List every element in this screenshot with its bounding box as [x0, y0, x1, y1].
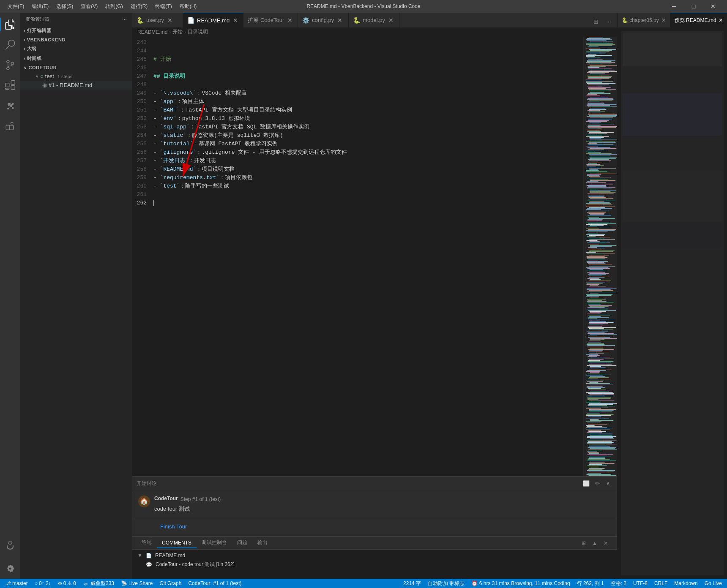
tab-config-close[interactable]: ✕ [336, 16, 343, 24]
status-language[interactable]: Markdown [672, 579, 699, 588]
tab-codetour[interactable]: 扩展 CodeTour ✕ [243, 13, 298, 27]
menu-view[interactable]: 查看(V) [77, 1, 101, 12]
code-line-251: 251 - `BAMF`：FastAPI 官方文档-大型项目目录结构实例 [132, 106, 583, 114]
status-sync[interactable]: ○ 0↑ 2↓ [33, 579, 53, 588]
run-debug-icon[interactable] [0, 95, 20, 116]
tab-user-py-close[interactable]: ✕ [167, 16, 173, 24]
menu-help[interactable]: 帮助(H) [176, 1, 200, 12]
right-tab-chapter05[interactable]: 🐍 chapter05.py ✕ [618, 13, 670, 27]
sidebar: 资源管理器 ··· › 打开编辑器 › VBENBACKEND › 大纲 › [20, 13, 132, 579]
error-count: 0 [63, 580, 66, 586]
codetour-test-item[interactable]: ∨ ○ test 1 steps [20, 72, 132, 81]
chapter05-close[interactable]: ✕ [661, 17, 666, 23]
wakatime-text: ⏰ 6 hrs 31 mins Browsing, 11 mins Coding [471, 580, 570, 586]
status-attach[interactable]: 自动附加 带标志 [426, 579, 466, 588]
outline-title[interactable]: › 大纲 [20, 44, 132, 54]
search-icon[interactable] [0, 35, 20, 55]
sidebar-header: 资源管理器 ··· [20, 13, 132, 26]
tour-codetour-label: CodeTour [154, 495, 178, 501]
code-line-259: 259 - `requirements.txt`：项目依赖包 [132, 174, 583, 182]
codetour-readme-item[interactable]: ◉ #1 - README.md [20, 81, 132, 90]
status-gitgraph[interactable]: Git Graph [158, 579, 183, 588]
finish-tour-button[interactable]: Finish Tour [154, 521, 193, 532]
menu-bar[interactable]: 文件(F) 编辑(E) 选择(S) 查看(V) 转到(G) 运行(R) 终端(T… [4, 1, 200, 12]
panel-split-icon[interactable]: ⊞ [579, 539, 588, 548]
menu-run[interactable]: 运行(R) [127, 1, 151, 12]
tab-actions: ⊞ ··· [590, 16, 617, 27]
panel-codetour-label: CodeTour - code tour 测试 [Ln 262] [156, 561, 235, 568]
menu-edit[interactable]: 编辑(E) [28, 1, 52, 12]
vbenbackend-title[interactable]: › VBENBACKEND [20, 35, 132, 44]
tour-split-icon[interactable]: ⬜ [582, 479, 583, 488]
tab-model-close[interactable]: ✕ [388, 16, 394, 24]
model-icon: 🐍 [353, 17, 360, 24]
fish-icon: 🐟 [83, 580, 89, 586]
panel-maximize-icon[interactable]: ▲ [590, 539, 599, 548]
status-eol[interactable]: CRLF [653, 579, 669, 588]
code-line-248: 248 [132, 81, 583, 89]
source-control-icon[interactable] [0, 55, 20, 75]
right-panel-content [618, 27, 727, 579]
timeline-title[interactable]: › 时间线 [20, 54, 132, 63]
testing-icon[interactable] [0, 116, 20, 136]
window-controls[interactable]: ─ □ ✕ [664, 0, 723, 13]
breadcrumb-subsection[interactable]: 目录说明 [188, 28, 208, 35]
tab-readme-md[interactable]: 📄 README.md ✕ [183, 13, 243, 27]
status-position[interactable]: 行 262, 列 1 [575, 579, 606, 588]
status-encoding[interactable]: UTF-8 [631, 579, 649, 588]
open-editors-title[interactable]: › 打开编辑器 [20, 26, 132, 35]
status-golive[interactable]: Go Live [703, 579, 724, 588]
split-editor-icon[interactable]: ⊞ [590, 16, 602, 27]
panel-readme-item[interactable]: ▼ 📄 README.md [137, 551, 612, 560]
tab-readme-close[interactable]: ✕ [232, 16, 239, 24]
close-button[interactable]: ✕ [703, 0, 723, 13]
status-fish[interactable]: 🐟 威鱼型233 [81, 579, 116, 588]
status-bar-left: ⎇ master ○ 0↑ 2↓ ⊗ 0 ⚠ 0 🐟 威鱼型233 📡 Live… [3, 579, 243, 588]
settings-icon[interactable] [0, 558, 20, 579]
status-indent[interactable]: 空格: 2 [609, 579, 628, 588]
status-errors[interactable]: ⊗ 0 ⚠ 0 [56, 579, 78, 588]
tour-comment-text: code tour 测试 [154, 505, 583, 513]
status-bar: ⎇ master ○ 0↑ 2↓ ⊗ 0 ⚠ 0 🐟 威鱼型233 📡 Live… [0, 579, 727, 588]
panel-tab-debug[interactable]: 调试控制台 [197, 537, 232, 549]
code-line-253: 253 - `sql_app`：FastAPI 官方文档-SQL 数据库相关操作… [132, 123, 583, 131]
explorer-icon[interactable] [0, 14, 20, 35]
tab-config-py[interactable]: ⚙️ config.py ✕ [298, 13, 349, 27]
tab-user-py[interactable]: 🐍 user.py ✕ [132, 13, 183, 27]
branch-name: master [12, 580, 28, 586]
title-bar: 文件(F) 编辑(E) 选择(S) 查看(V) 转到(G) 运行(R) 终端(T… [0, 0, 727, 13]
minimize-button[interactable]: ─ [664, 0, 684, 13]
code-editor[interactable]: 243 244 245 # 开始 246 [132, 37, 583, 536]
menu-terminal[interactable]: 终端(T) [152, 1, 175, 12]
menu-select[interactable]: 选择(S) [53, 1, 77, 12]
status-branch[interactable]: ⎇ master [3, 579, 30, 588]
panel-tab-problems[interactable]: 问题 [232, 537, 252, 549]
status-liveshare[interactable]: 📡 Live Share [119, 579, 154, 588]
panel-tab-output[interactable]: 输出 [252, 537, 273, 549]
code-line-247: 247 ## 目录说明 [132, 72, 583, 81]
codetour-title[interactable]: ∨ CODETOUR [20, 63, 132, 72]
panel-tab-comments[interactable]: COMMENTS [157, 538, 197, 548]
status-chars[interactable]: 2214 字 [402, 579, 423, 588]
tab-bar: 🐍 user.py ✕ 📄 README.md ✕ 扩展 CodeTour ✕ … [132, 13, 617, 27]
breadcrumb-file[interactable]: README.md [137, 29, 167, 35]
breadcrumb-section[interactable]: 开始 [172, 28, 183, 35]
minimap-canvas [584, 37, 617, 536]
tab-model-py[interactable]: 🐍 model.py ✕ [349, 13, 399, 27]
more-actions-icon[interactable]: ··· [603, 16, 615, 27]
tour-popup: 开始讨论 ⬜ ✏ ∧ 🏠 CodeTour [132, 476, 583, 537]
panel-close-icon[interactable]: ✕ [601, 539, 610, 548]
accounts-icon[interactable] [0, 535, 20, 555]
status-codetour[interactable]: CodeTour: #1 of 1 (test) [186, 579, 243, 588]
right-tab-preview[interactable]: 预览 README.md ✕ [670, 13, 727, 27]
tab-codetour-close[interactable]: ✕ [287, 16, 293, 24]
panel-codetour-item[interactable]: 💬 CodeTour - code tour 测试 [Ln 262] [137, 560, 612, 569]
preview-close[interactable]: ✕ [719, 17, 723, 23]
status-wakatime[interactable]: ⏰ 6 hrs 31 mins Browsing, 11 mins Coding [470, 579, 571, 588]
sidebar-more-icon[interactable]: ··· [122, 17, 127, 22]
menu-file[interactable]: 文件(F) [4, 1, 27, 12]
panel-tab-terminal[interactable]: 终端 [137, 537, 157, 549]
maximize-button[interactable]: □ [684, 0, 703, 13]
extensions-icon[interactable] [0, 75, 20, 95]
menu-go[interactable]: 转到(G) [102, 1, 126, 12]
